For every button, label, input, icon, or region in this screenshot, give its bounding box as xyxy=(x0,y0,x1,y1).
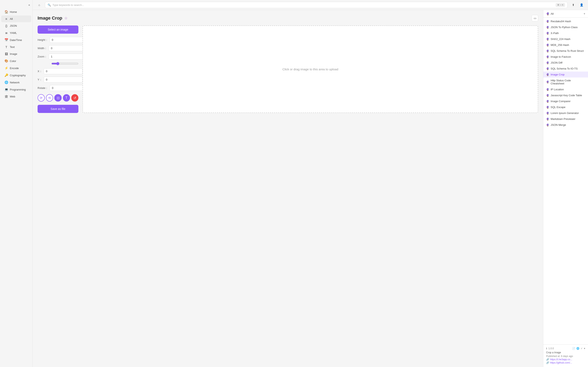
sidebar-item-web[interactable]: 🕸 Web xyxy=(1,93,31,100)
x-row: X： xyxy=(38,68,78,74)
search-placeholder: Type keywords to search... xyxy=(52,3,84,7)
item-label-json-python: JSON To Python Class xyxy=(551,26,578,29)
flip-h-button[interactable]: ⟳ xyxy=(38,94,45,101)
item-icon-markdown: 🔮 xyxy=(546,118,549,120)
right-panel-item-http-status[interactable]: 🔮 Http Status Code Cheatsheet xyxy=(543,77,588,86)
item-icon-sql-iots: 🔮 xyxy=(546,67,549,70)
item-label-http-status: Http Status Code Cheatsheet xyxy=(551,79,585,85)
item-icon-js-keycode: 🔮 xyxy=(546,94,549,97)
check-icon[interactable]: ✓ xyxy=(581,347,583,350)
right-panel-item-img-compare[interactable]: 🔮 Image Comparer xyxy=(543,98,588,104)
select-image-button[interactable]: Select an image xyxy=(38,25,78,34)
right-panel-item-xpath[interactable]: 🔮 X-Path xyxy=(543,30,588,36)
tool-content: Select an image Height： Width： Zoom： xyxy=(38,25,538,113)
right-panel-item-json-merge[interactable]: 🔮 JSON Merge xyxy=(543,122,588,128)
canvas-upload-area[interactable]: Click or drag image to this area to uplo… xyxy=(82,25,538,113)
item-label-js-keycode: Javascript Key Code Table xyxy=(551,94,582,97)
right-panel-item-json-diff[interactable]: 🔮 JSON Diff xyxy=(543,60,588,66)
right-panel-item-sql-escape[interactable]: 🔮 SQL Escape xyxy=(543,104,588,110)
right-panel-item-js-keycode[interactable]: 🔮 Javascript Key Code Table xyxy=(543,92,588,98)
sidebar-label-programming: Programming xyxy=(10,88,26,91)
sidebar-label-network: Network xyxy=(10,81,20,84)
link-icon-2: 🔗 xyxy=(546,361,549,364)
sidebar-item-text[interactable]: T Text xyxy=(1,44,31,50)
x-input[interactable] xyxy=(44,68,82,74)
text-button[interactable]: T xyxy=(63,94,70,101)
search-bar[interactable]: 🔍 Type keywords to search... ⌘ + K xyxy=(45,2,568,8)
sidebar-item-json[interactable]: {} JSON xyxy=(1,22,31,29)
zoom-slider[interactable] xyxy=(52,62,78,65)
item-label-sql-iots: SQL Schema To IO-TS xyxy=(551,67,578,70)
y-input[interactable] xyxy=(44,77,82,83)
sidebar-collapse-button[interactable]: « xyxy=(0,2,33,8)
favorite-icon[interactable]: ☆ xyxy=(64,16,68,20)
right-panel-item-md6[interactable]: 🔮 MD6_256 Hash xyxy=(543,42,588,48)
panel-toggle-icon: ▭ xyxy=(534,17,536,20)
right-panel-item-image-crop[interactable]: 🔮 Image Crop xyxy=(543,72,588,77)
topbar: ⌂ 🔍 Type keywords to search... ⌘ + K ⬆ 👤 xyxy=(33,0,588,10)
sidebar-item-home[interactable]: 🏠 Home xyxy=(1,8,31,15)
rotate-row: Rotate： xyxy=(38,85,78,91)
link-icon-1: 🔗 xyxy=(546,358,549,361)
footer-tool-link[interactable]: 🔗 https://t.he3app.co... xyxy=(546,358,585,361)
right-panel-item-ip-location[interactable]: 🔮 IP Location xyxy=(543,86,588,92)
sidebar: « 🏠 Home ≡ All {} JSON ≣ YAML 📅 Date/Tim… xyxy=(0,0,33,367)
zoom-label: Zoom： xyxy=(38,55,47,58)
sidebar-item-all[interactable]: ≡ All xyxy=(1,16,31,22)
item-icon-image-crop: 🔮 xyxy=(546,73,549,76)
right-panel-item-sql-iots[interactable]: 🔮 SQL Schema To IO-TS xyxy=(543,66,588,72)
rotate-label: Rotate： xyxy=(38,86,48,90)
share-button[interactable]: ⬆ xyxy=(570,2,577,8)
tool-header: Image Crop ☆ ▭ xyxy=(38,15,538,21)
right-panel-item-img-favicon[interactable]: 🔮 Image to Favicon xyxy=(543,54,588,60)
item-icon-lorem: 🔮 xyxy=(546,112,549,115)
chevron-footer-icon[interactable]: ▾ xyxy=(584,347,585,350)
item-label-img-compare: Image Comparer xyxy=(551,100,571,103)
right-panel-item-sql-rust[interactable]: 🔮 SQL Schema To Rust Struct xyxy=(543,48,588,54)
sidebar-label-crypto: Cryptography xyxy=(10,74,26,77)
chevron-down-icon[interactable]: ▾ xyxy=(584,12,585,15)
zoom-slider-row xyxy=(38,62,78,66)
main-area: ⌂ 🔍 Type keywords to search... ⌘ + K ⬆ 👤… xyxy=(33,0,588,367)
sidebar-item-encode[interactable]: ⚡ Encode xyxy=(1,65,31,72)
save-as-file-button[interactable]: Save as file xyxy=(38,105,78,113)
content-area: Image Crop ☆ ▭ Select an image Height： W… xyxy=(33,10,588,367)
height-label: Height： xyxy=(38,38,48,42)
width-row: Width： xyxy=(38,45,78,51)
sidebar-item-programming[interactable]: 💻 Programming xyxy=(1,86,31,93)
controls-panel: Select an image Height： Width： Zoom： xyxy=(38,25,78,113)
globe-icon[interactable]: 🌐 xyxy=(576,347,579,350)
filter-label[interactable]: 🔮 All xyxy=(546,12,553,15)
sidebar-item-color[interactable]: 🎨 Color xyxy=(1,58,31,64)
footer-icons: 📄 🌐 ✓ ▾ xyxy=(572,347,585,350)
sidebar-item-datetime[interactable]: 📅 Date/Time xyxy=(1,36,31,43)
width-input[interactable] xyxy=(49,45,87,51)
right-panel-item-markdown[interactable]: 🔮 Markdown Previewer xyxy=(543,116,588,122)
user-icon: 👤 xyxy=(580,3,583,7)
sidebar-icon-image: 🖼 xyxy=(4,52,8,56)
right-panel-item-recdaku04[interactable]: 🔮 Recdaku04 Hash xyxy=(543,18,588,24)
feedback-link-text: https://github.com/... xyxy=(550,361,572,364)
sidebar-item-network[interactable]: 🌐 Network xyxy=(1,79,31,86)
panel-toggle-button[interactable]: ▭ xyxy=(532,15,538,21)
sidebar-item-image[interactable]: 🖼 Image xyxy=(1,50,31,57)
right-panel-item-sha3[interactable]: 🔮 SHA3_224 Hash xyxy=(543,36,588,42)
right-panel-item-lorem[interactable]: 🔮 Lorem Ipsum Generator xyxy=(543,110,588,116)
footer-feedback-link[interactable]: 🔗 https://github.com/... xyxy=(546,361,585,364)
right-panel-item-json-python[interactable]: 🔮 JSON To Python Class xyxy=(543,24,588,30)
height-row: Height： xyxy=(38,37,78,43)
sidebar-item-crypto[interactable]: 🔑 Cryptography xyxy=(1,72,31,79)
sidebar-item-yaml[interactable]: ≣ YAML xyxy=(1,29,31,36)
reset-button[interactable]: ↺ xyxy=(71,94,78,101)
flip-v-button[interactable]: ⟲ xyxy=(46,94,53,101)
search-shortcut: ⌘ + K xyxy=(556,3,565,7)
sidebar-icon-crypto: 🔑 xyxy=(4,73,8,77)
zoom-input[interactable] xyxy=(49,54,87,59)
sidebar-icon-text: T xyxy=(4,45,8,49)
canvas-placeholder: Click or drag image to this area to uplo… xyxy=(282,67,338,71)
crop-button[interactable]: ⊡ xyxy=(54,94,61,101)
doc-icon[interactable]: 📄 xyxy=(572,347,575,350)
user-button[interactable]: 👤 xyxy=(578,2,585,8)
sidebar-icon-json: {} xyxy=(4,24,8,27)
home-button[interactable]: ⌂ xyxy=(36,2,43,8)
